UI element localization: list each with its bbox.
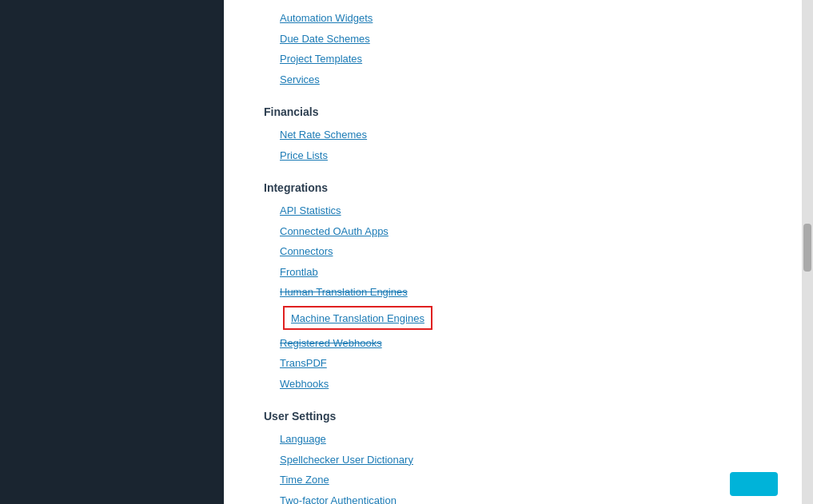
scrollbar-track[interactable] [802,0,813,504]
bottom-button[interactable] [730,472,778,496]
section-top: Automation Widgets Due Date Schemes Proj… [264,8,770,89]
link-human-translation-engines[interactable]: Human Translation Engines [264,282,770,303]
highlight-box: Machine Translation Engines [283,306,432,330]
link-registered-webhooks[interactable]: Registered Webhooks [264,333,770,354]
content-inner: Automation Widgets Due Date Schemes Proj… [224,0,802,504]
main-content: Automation Widgets Due Date Schemes Proj… [224,0,802,504]
link-connectors[interactable]: Connectors [264,241,770,262]
link-net-rate-schemes[interactable]: Net Rate Schemes [264,125,770,145]
link-frontlab[interactable]: Frontlab [264,262,770,283]
link-project-templates[interactable]: Project Templates [264,49,770,69]
section-user-settings: User Settings Language Spellchecker User… [264,410,770,504]
link-webhooks[interactable]: Webhooks [264,374,770,395]
section-integrations: Integrations API Statistics Connected OA… [264,181,770,394]
link-services[interactable]: Services [264,69,770,90]
left-panel [0,0,224,504]
financials-header: Financials [264,105,770,118]
link-transpdf[interactable]: TransPDF [264,353,770,374]
section-financials: Financials Net Rate Schemes Price Lists [264,105,770,165]
user-settings-header: User Settings [264,410,770,423]
integrations-header: Integrations [264,181,770,194]
link-due-date-schemes[interactable]: Due Date Schemes [264,29,770,50]
link-two-factor-auth[interactable]: Two-factor Authentication [264,490,770,505]
link-api-statistics[interactable]: API Statistics [264,200,770,221]
link-time-zone[interactable]: Time Zone [264,470,770,490]
link-language[interactable]: Language [264,429,770,450]
link-spellchecker[interactable]: Spellchecker User Dictionary [264,450,770,470]
link-automation-widgets[interactable]: Automation Widgets [264,8,770,29]
link-machine-translation-engines[interactable]: Machine Translation Engines [291,312,424,324]
link-price-lists[interactable]: Price Lists [264,145,770,166]
link-connected-oauth-apps[interactable]: Connected OAuth Apps [264,221,770,242]
scrollbar-thumb[interactable] [803,224,811,272]
highlighted-wrapper: Machine Translation Engines [264,303,770,333]
